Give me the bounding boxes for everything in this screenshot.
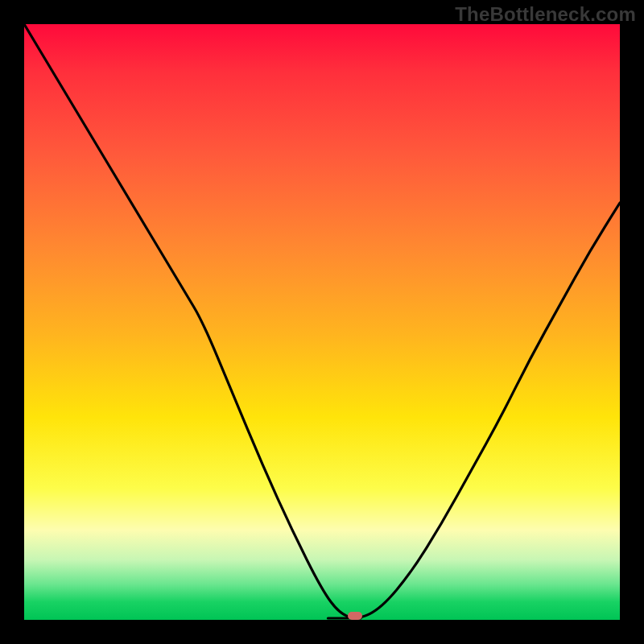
bottleneck-curve-path xyxy=(24,24,620,618)
curve-svg xyxy=(24,24,620,620)
watermark-text: TheBottleneck.com xyxy=(455,3,636,26)
chart-frame: TheBottleneck.com xyxy=(0,0,644,644)
plot-area xyxy=(24,24,620,620)
valley-marker xyxy=(348,612,362,620)
